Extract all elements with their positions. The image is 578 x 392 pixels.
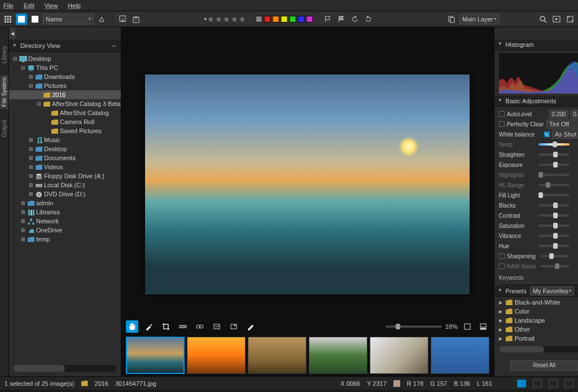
tree-node[interactable]: ⊟This PC [9,63,121,72]
flag-reject-button[interactable] [335,14,347,25]
tree-node[interactable]: ⊟Pictures [9,81,121,90]
tree-node[interactable]: ⊞DVD Drive (D:) [9,190,121,199]
heal-tool[interactable] [211,320,223,333]
histogram-header[interactable]: ▼Histogram 📌 [494,39,578,51]
preset-folder[interactable]: ▶Color [499,307,578,316]
filmstrip[interactable] [121,334,494,376]
left-tab-output[interactable]: Output [0,118,8,139]
left-tab-library[interactable]: Library [0,44,8,66]
thumb-6[interactable] [431,337,489,374]
layer-select[interactable]: Main Layer▾ [459,14,499,24]
thumb-2[interactable] [187,337,246,374]
redeye-tool[interactable] [227,320,240,333]
tree-node[interactable]: ⊟Desktop [9,54,121,63]
status-btn-1[interactable] [517,380,526,387]
directory-tree[interactable]: ⊟Desktop⊟This PC⊞Downloads⊟Pictures2016⊟… [9,52,121,360]
thumb-4[interactable] [309,337,367,374]
rawnoise-slider[interactable] [541,265,570,267]
tree-hscroll[interactable] [14,365,116,372]
grid-view-button[interactable] [2,14,14,25]
menu-help[interactable]: Help [68,2,81,9]
exposure-slider[interactable] [538,164,570,166]
tree-node[interactable]: ⊞OneDrive [9,226,121,235]
tint-select[interactable]: Tint Off▾ [546,120,578,129]
status-btn-4[interactable] [564,380,573,387]
menu-file[interactable]: File [3,2,14,9]
perfectlyclear-checkbox[interactable] [499,121,505,127]
autolevel-a-input[interactable]: 0.200 [549,110,568,118]
tree-node[interactable]: ⊞Local Disk (C:) [9,180,121,190]
straighten-slider[interactable] [538,153,570,156]
panel-menu-icon[interactable]: ↔ [111,42,117,49]
tree-node[interactable]: ⊞Downloads [9,72,121,81]
slideshow-button[interactable] [551,14,562,25]
flag-pick-button[interactable] [322,14,333,25]
tree-node[interactable]: ⊞Videos [9,162,121,171]
directory-panel-header[interactable]: ▼Directory View ↔ [9,39,121,52]
autolevel-checkbox[interactable] [499,111,505,117]
tree-node[interactable]: ⊞Music [9,135,121,144]
sort-field-select[interactable]: Name▾ [43,14,94,24]
wb-select[interactable]: As Shot▾ [552,130,578,139]
tree-node[interactable]: ⊞Network [9,217,121,226]
thumb-1[interactable] [126,337,185,374]
search-button[interactable] [537,14,549,25]
color-label-1[interactable] [264,16,270,23]
tree-node[interactable]: ⊞Documents [9,153,121,162]
status-btn-2[interactable] [533,380,542,387]
tree-node[interactable]: 2016 [9,90,121,99]
saturation-slider[interactable] [538,224,570,227]
hlrange-slider[interactable] [538,184,570,186]
color-label-5[interactable] [297,16,304,23]
crop-tool[interactable] [160,320,172,333]
redo-button[interactable] [362,14,374,25]
eyedropper-tool[interactable] [143,320,155,333]
menu-edit[interactable]: Edit [24,2,34,9]
tree-node[interactable]: ⊞admin [9,199,121,208]
menu-view[interactable]: View [45,2,58,9]
color-label-6[interactable] [306,16,313,23]
fill-slider[interactable] [538,194,570,196]
contrast-slider[interactable] [538,214,570,217]
copy-button[interactable] [446,14,457,25]
hue-slider[interactable] [538,245,570,247]
blacks-slider[interactable] [538,204,570,206]
temp-slider[interactable] [538,143,570,146]
tree-node[interactable]: ⊞temp [9,235,121,244]
tree-node[interactable]: ⊞Desktop [9,144,121,153]
tree-node[interactable]: ⊞Floppy Disk Drive (A:) [9,171,121,180]
tree-node[interactable]: ⊞Libraries [9,208,121,217]
tree-node[interactable]: Camera Roll [9,117,121,126]
image-canvas[interactable] [121,27,494,319]
presets-hscroll[interactable] [499,346,578,353]
fullscreen-button[interactable] [564,14,576,25]
color-label-2[interactable] [272,16,279,23]
thumb-3[interactable] [248,337,306,374]
fit-button[interactable] [461,320,474,333]
preset-folder[interactable]: ▶Other [499,325,578,334]
preset-folder[interactable]: ▶Landscape [499,316,578,325]
region-tool[interactable] [194,320,206,333]
color-label-4[interactable] [289,16,296,23]
pan-tool[interactable] [126,320,138,333]
brush-tool[interactable] [244,320,257,333]
vibrance-slider[interactable] [538,235,570,237]
sort-asc-button[interactable] [96,14,107,25]
status-btn-3[interactable] [549,380,558,387]
straighten-tool[interactable] [177,320,189,333]
tree-node[interactable]: ⊟AfterShot Catalog 3 Beta [9,99,121,108]
presets-filter-select[interactable]: My Favorites▾ [530,287,574,296]
tree-node[interactable]: Saved Pictures [9,126,121,135]
tag-down-button[interactable] [117,14,128,25]
reset-all-button[interactable]: Reset All [510,360,578,371]
highlights-slider[interactable] [538,174,570,176]
undo-button[interactable] [349,14,360,25]
left-tab-filesystem[interactable]: File System [0,75,8,109]
preset-folder[interactable]: ▶Black-and-White [499,298,578,307]
tree-node[interactable]: AfterShot Catalog [9,108,121,117]
single-view-button[interactable] [16,14,27,25]
wb-picker-button[interactable]: ✎ [544,131,550,137]
rawnoise-checkbox[interactable] [499,263,505,269]
basic-adjustments-header[interactable]: ▼Basic Adjustments ↔ [494,96,578,107]
sharpening-checkbox[interactable] [499,253,505,259]
